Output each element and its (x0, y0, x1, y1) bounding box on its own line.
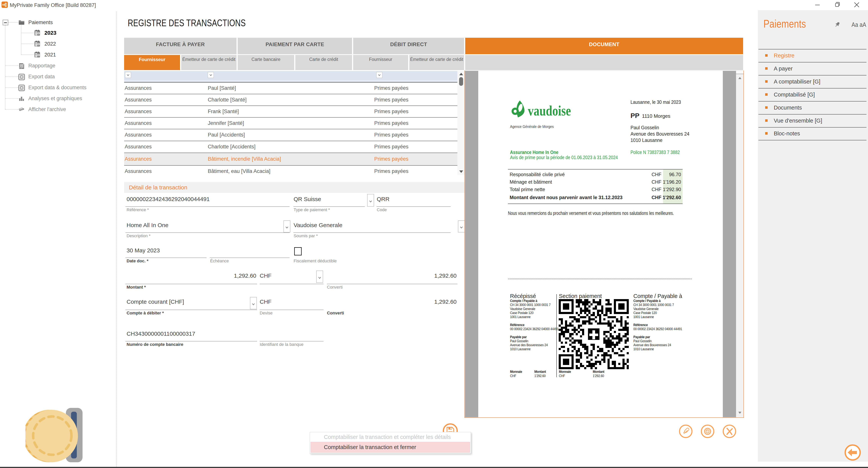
svg-text:vaudoise: vaudoise (528, 103, 571, 119)
